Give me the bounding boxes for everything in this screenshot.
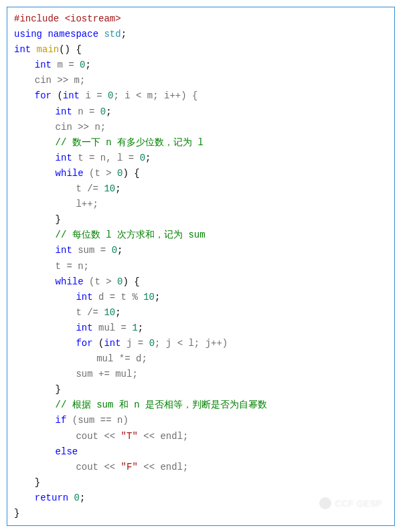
code-line: mul *= d; — [14, 351, 388, 367]
code-line: int d = t % 10; — [14, 290, 388, 305]
code-line: while (t > 0) { — [14, 274, 388, 290]
code-line: int n = 0; — [14, 104, 388, 120]
comment: // 每位数 l 次方求和，记为 sum — [56, 230, 205, 240]
code-line: for (int j = 0; j < l; j++) — [14, 336, 388, 351]
code-line: } — [14, 506, 388, 521]
code-line: int m = 0; — [14, 58, 388, 73]
include-header: <iostream> — [65, 13, 121, 24]
preprocessor: #include — [14, 13, 65, 24]
comment: // 根据 sum 和 n 是否相等，判断是否为自幂数 — [56, 400, 267, 410]
code-line: cin >> m; — [14, 73, 388, 88]
code-line: int mul = 1; — [14, 321, 388, 336]
code-line: if (sum == n) — [14, 413, 388, 428]
code-line: t /= 10; — [14, 181, 388, 197]
code-line: while (t > 0) { — [14, 166, 388, 181]
comment: // 数一下 n 有多少位数，记为 l — [56, 137, 203, 148]
code-line: for (int i = 0; i < m; i++) { — [14, 88, 388, 104]
code-line: t /= 10; — [14, 305, 388, 321]
code-line: } — [14, 212, 388, 228]
code-line: // 数一下 n 有多少位数，记为 l — [14, 135, 388, 151]
code-line: // 根据 sum 和 n 是否相等，判断是否为自幂数 — [14, 397, 388, 413]
code-line: else — [14, 444, 388, 460]
code-line: using namespace std; — [14, 27, 388, 42]
code-line: cin >> n; — [14, 120, 388, 135]
string-literal: "F" — [121, 462, 138, 472]
code-line: #include <iostream> — [14, 11, 388, 27]
code-line: // 每位数 l 次方求和，记为 sum — [14, 228, 388, 243]
code-line: l++; — [14, 197, 388, 212]
function-main: main — [37, 44, 60, 55]
string-literal: "T" — [121, 431, 138, 442]
code-line: cout << "T" << endl; — [14, 429, 388, 444]
code-line: int t = n, l = 0; — [14, 151, 388, 166]
code-line: t = n; — [14, 259, 388, 274]
code-line: int main() { — [14, 42, 388, 58]
code-line: cout << "F" << endl; — [14, 460, 388, 475]
code-line: return 0; — [14, 491, 388, 506]
code-line: } — [14, 382, 388, 397]
code-line: } — [14, 475, 388, 491]
code-line: sum += mul; — [14, 367, 388, 382]
code-block: #include <iostream> using namespace std;… — [7, 7, 395, 526]
code-line: int sum = 0; — [14, 243, 388, 258]
